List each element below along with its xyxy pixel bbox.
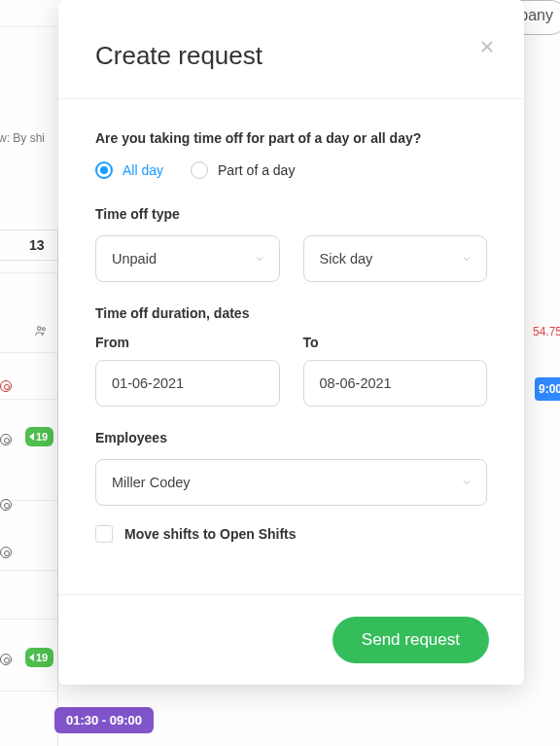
duration-dates-label: Time off duration, dates <box>95 305 487 321</box>
radio-label: All day <box>122 162 163 178</box>
select-value: Sick day <box>320 251 373 266</box>
chevron-down-icon <box>461 253 472 265</box>
close-button[interactable] <box>479 39 495 58</box>
radio-icon <box>95 161 113 179</box>
duration-question: Are you taking time off for part of a da… <box>95 130 487 146</box>
employees-select[interactable]: Miller Codey <box>95 459 487 506</box>
time-off-type-select-2[interactable]: Sick day <box>303 235 488 282</box>
radio-icon <box>191 161 208 179</box>
from-date-value: 01-06-2021 <box>112 375 184 391</box>
to-date-value: 08-06-2021 <box>320 375 392 391</box>
to-label: To <box>303 335 488 350</box>
radio-part-of-day[interactable]: Part of a day <box>191 161 295 179</box>
close-icon <box>479 39 495 54</box>
employees-label: Employees <box>95 430 487 445</box>
employees-value: Miller Codey <box>112 475 191 490</box>
time-off-type-select-1[interactable]: Unpaid <box>95 235 280 282</box>
time-off-type-label: Time off type <box>95 206 487 222</box>
radio-label: Part of a day <box>218 162 295 178</box>
radio-all-day[interactable]: All day <box>95 161 163 179</box>
move-shifts-checkbox[interactable] <box>95 525 113 543</box>
create-request-modal: Create request Are you taking time off f… <box>58 0 524 685</box>
chevron-down-icon <box>461 477 472 488</box>
modal-title: Create request <box>95 41 487 71</box>
from-date-input[interactable]: 01-06-2021 <box>95 360 280 407</box>
duration-radio-group: All day Part of a day <box>95 161 487 179</box>
from-label: From <box>95 335 280 350</box>
select-value: Unpaid <box>112 251 157 266</box>
move-shifts-label: Move shifts to Open Shifts <box>124 526 297 542</box>
chevron-down-icon <box>254 253 265 265</box>
send-request-button[interactable]: Send request <box>332 617 489 663</box>
to-date-input[interactable]: 08-06-2021 <box>303 360 488 407</box>
modal-overlay: Create request Are you taking time off f… <box>0 0 560 746</box>
